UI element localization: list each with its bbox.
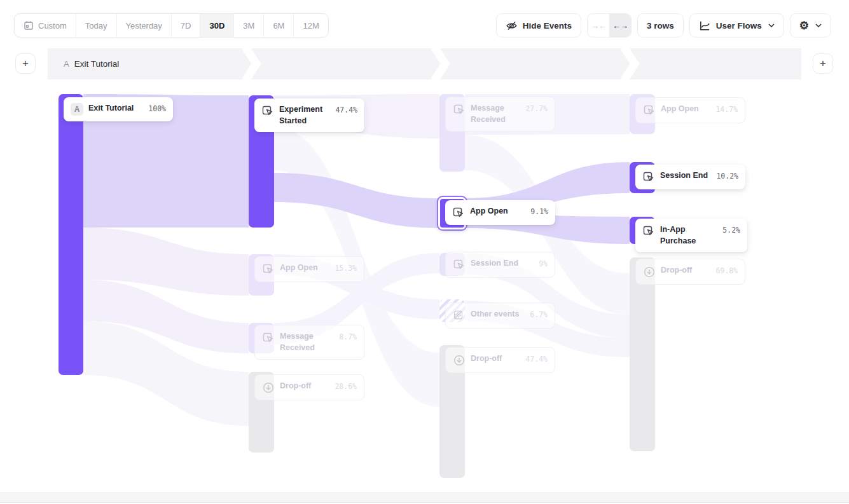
node-card-drop-off[interactable]: Drop-off 47.4% [445,347,555,373]
event-icon [452,206,465,219]
node-card-in-app-purchase[interactable]: In-App Purchase 5.2% [635,219,747,252]
node-card-message-received[interactable]: Message Received 8.7% [254,325,364,360]
node-card-session-end[interactable]: Session End 10.2% [635,165,745,189]
event-icon [642,170,655,184]
user-flows-app: Custom Today Yesterday 7D 30D 3M 6M 12M … [0,0,849,504]
node-card-app-open[interactable]: App Open 15.3% [254,256,364,282]
event-icon [262,262,275,276]
horizontal-scrollbar[interactable] [0,493,849,503]
event-icon [261,104,274,118]
other-events-icon [453,309,466,322]
node-card-message-received[interactable]: Message Received 27.7% [445,97,555,132]
drop-off-icon [262,381,275,394]
drop-off-icon [643,265,656,278]
node-card-drop-off[interactable]: Drop-off 69.8% [635,259,745,285]
node-bar-drop-off[interactable] [630,257,655,451]
event-icon [643,104,656,117]
node-card-experiment-started[interactable]: Experiment Started 47.4% [254,99,364,132]
flow-link-highlighted [274,173,439,228]
step-a-badge: A [71,103,83,116]
event-icon [453,103,466,116]
node-card-exit-tutorial[interactable]: A Exit Tutorial 100% [64,97,173,121]
node-card-drop-off[interactable]: Drop-off 28.6% [254,374,364,400]
event-icon [642,224,655,238]
node-card-app-open[interactable]: App Open 14.7% [635,97,745,123]
node-card-session-end[interactable]: Session End 9% [445,252,555,278]
node-card-other-events[interactable]: Other events 6.7% [445,303,555,329]
event-icon [262,331,275,344]
node-card-app-open-selected[interactable]: App Open 9.1% [445,200,555,225]
event-icon [453,258,466,271]
node-bar-exit-tutorial[interactable] [59,94,83,375]
drop-off-icon [453,353,466,367]
